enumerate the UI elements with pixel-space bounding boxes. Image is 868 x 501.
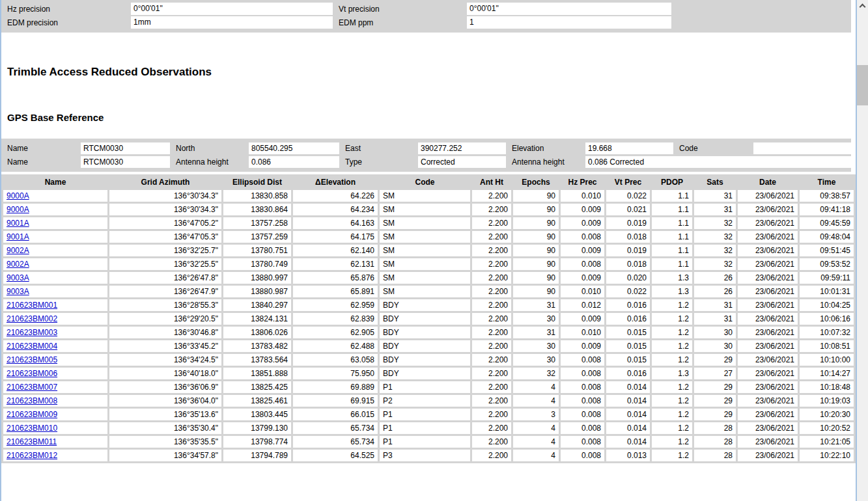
point-link[interactable]: 9003A xyxy=(7,287,29,296)
cell: 13825.461 xyxy=(223,395,291,407)
cell: 90 xyxy=(513,204,559,215)
base-type-value: Corrected xyxy=(418,156,506,168)
vt-precision-value: 0°00'01" xyxy=(467,3,671,15)
precision-row: EDM precision 1mm EDM ppm 1 xyxy=(1,16,851,29)
scrollbar-thumb[interactable] xyxy=(857,65,868,105)
point-link[interactable]: 9002A xyxy=(7,260,29,269)
base-reference-row: Name RTCM0030 Antenna height 0.086 Type … xyxy=(1,156,851,168)
cell: 210623BM009 xyxy=(3,409,107,420)
cell: 210623BM012 xyxy=(3,450,107,461)
point-link[interactable]: 210623BM001 xyxy=(7,301,57,310)
cell: SM xyxy=(380,286,470,297)
point-link[interactable]: 9000A xyxy=(7,205,29,214)
point-link[interactable]: 210623BM003 xyxy=(7,328,57,337)
cell: 0.019 xyxy=(606,245,650,256)
cell: 30 xyxy=(513,313,559,325)
cell: BDY xyxy=(380,354,470,366)
cell: 136°47'05.2" xyxy=(109,217,221,229)
cell: 2.200 xyxy=(472,395,511,407)
point-link[interactable]: 210623BM012 xyxy=(7,451,57,460)
point-link[interactable]: 210623BM002 xyxy=(7,314,57,323)
cell: 1.2 xyxy=(652,422,692,434)
cell: 0.008 xyxy=(561,450,604,461)
cell: 13803.445 xyxy=(223,409,291,420)
cell: 2.200 xyxy=(472,258,511,270)
cell: 136°30'34.3" xyxy=(109,204,221,215)
cell: 30 xyxy=(513,354,559,366)
vertical-scrollbar[interactable] xyxy=(857,0,868,501)
scrollbar-up-button[interactable] xyxy=(857,0,868,11)
edm-ppm-label: EDM ppm xyxy=(333,18,467,27)
cell: 23/06/2021 xyxy=(738,368,798,379)
cell: 29 xyxy=(694,381,736,393)
point-link[interactable]: 9003A xyxy=(7,273,29,282)
point-link[interactable]: 210623BM005 xyxy=(7,355,57,364)
cell: 0.008 xyxy=(561,258,604,270)
point-link[interactable]: 210623BM007 xyxy=(7,383,57,392)
cell: 62.905 xyxy=(293,327,378,338)
cell: 28 xyxy=(694,422,736,434)
cell: 0.014 xyxy=(606,409,650,420)
cell: 136°36'06.9" xyxy=(109,381,221,393)
cell: 1.3 xyxy=(652,286,692,297)
cell: BDY xyxy=(380,299,470,311)
cell: 23/06/2021 xyxy=(738,258,798,270)
cell: 90 xyxy=(513,258,559,270)
column-header: ΔElevation xyxy=(293,176,378,188)
point-link[interactable]: 210623BM008 xyxy=(7,396,57,405)
table-row: 210623BM009136°35'13.6"13803.44566.015P1… xyxy=(3,409,854,420)
point-link[interactable]: 210623BM004 xyxy=(7,342,57,351)
cell: 13824.131 xyxy=(223,313,291,325)
cell: 9000A xyxy=(3,190,107,202)
cell: 13780.751 xyxy=(223,245,291,256)
cell: BDY xyxy=(380,327,470,338)
point-link[interactable]: 210623BM010 xyxy=(7,424,57,433)
cell: 90 xyxy=(513,190,559,202)
cell: 65.876 xyxy=(293,272,378,284)
cell: 2.200 xyxy=(472,436,511,448)
observations-header-row: NameGrid AzimuthEllipsoid DistΔElevation… xyxy=(3,176,854,188)
cell: 1.1 xyxy=(652,217,692,229)
cell: 10:22:10 xyxy=(800,450,854,461)
cell: 75.950 xyxy=(293,368,378,379)
cell: 13880.997 xyxy=(223,272,291,284)
cell: 1.2 xyxy=(652,450,692,461)
cell: 0.008 xyxy=(561,436,604,448)
cell: P1 xyxy=(380,436,470,448)
point-link[interactable]: 9001A xyxy=(7,232,29,241)
column-header: Vt Prec xyxy=(606,176,650,188)
cell: 32 xyxy=(694,258,736,270)
cell: 0.015 xyxy=(606,354,650,366)
cell: 9002A xyxy=(3,245,107,256)
cell: 0.014 xyxy=(606,381,650,393)
cell: 10:07:32 xyxy=(800,327,854,338)
cell: 23/06/2021 xyxy=(738,422,798,434)
point-link[interactable]: 210623BM006 xyxy=(7,369,57,378)
cell: 2.200 xyxy=(472,422,511,434)
cell: 69.915 xyxy=(293,395,378,407)
precision-row: Hz precision 0°00'01" Vt precision 0°00'… xyxy=(1,3,851,15)
point-link[interactable]: 9001A xyxy=(7,219,29,228)
cell: 1.1 xyxy=(652,245,692,256)
cell: 23/06/2021 xyxy=(738,313,798,325)
cell: 09:59:11 xyxy=(800,272,854,284)
observations-table: NameGrid AzimuthEllipsoid DistΔElevation… xyxy=(1,174,856,463)
cell: 23/06/2021 xyxy=(738,436,798,448)
cell: 1.3 xyxy=(652,272,692,284)
cell: 64.163 xyxy=(293,217,378,229)
cell: 136°32'25.5" xyxy=(109,258,221,270)
cell: 2.200 xyxy=(472,354,511,366)
cell: 1.2 xyxy=(652,395,692,407)
cell: 0.014 xyxy=(606,422,650,434)
point-link[interactable]: 210623BM009 xyxy=(7,410,57,419)
table-row: 210623BM012136°34'57.8"13794.78964.525P3… xyxy=(3,450,854,461)
point-link[interactable]: 210623BM011 xyxy=(7,437,57,446)
point-link[interactable]: 9000A xyxy=(7,191,29,200)
cell: 65.734 xyxy=(293,436,378,448)
table-row: 210623BM002136°29'20.5"13824.13162.839BD… xyxy=(3,313,854,325)
cell: 0.008 xyxy=(561,395,604,407)
base-east-value: 390277.252 xyxy=(418,142,506,154)
point-link[interactable]: 9002A xyxy=(7,246,29,255)
cell: 0.008 xyxy=(561,231,604,243)
cell: 13830.858 xyxy=(223,190,291,202)
